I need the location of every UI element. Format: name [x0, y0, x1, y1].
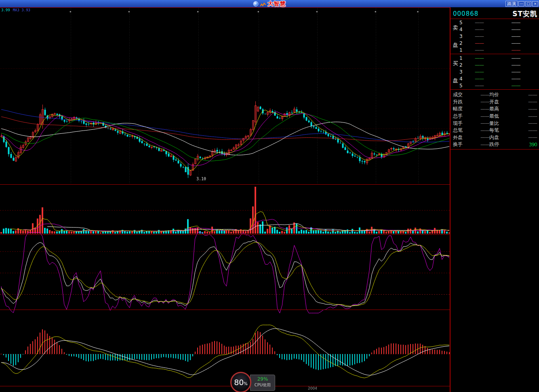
buy-price: —— [466, 69, 493, 75]
roadshow-button[interactable]: 路演 [505, 1, 518, 7]
info-label: 均价 [489, 91, 505, 98]
stock-name: ST安凯 [512, 9, 537, 19]
buy-row: 4———— [458, 76, 539, 82]
chart-area: 3.99 MA3 3.93 ******* 3.10 2004 80 % 29%… [0, 7, 451, 392]
app-window: 大智慧 路演 — □ × 3.99 MA3 3.93 ******* 3.10 … [0, 0, 539, 392]
buy-price: —— [466, 83, 493, 89]
sell-level: 3 [458, 34, 466, 39]
buy-volume: —— [493, 69, 539, 75]
sell-row: 1———— [458, 47, 539, 54]
cpu-usage-box: 29% CPU使用 [250, 375, 275, 391]
info-label: 换手 [451, 141, 467, 148]
sell-level: 4 [458, 27, 466, 32]
app-logo-disc-icon [253, 1, 259, 6]
cpu-gauge-button[interactable]: 80 % [230, 372, 251, 392]
info-row: 外盘——内盘—— [451, 134, 539, 141]
app-logo: 大智慧 [253, 0, 286, 7]
buy-level: 1 [458, 55, 466, 61]
info-value: —— [505, 135, 539, 140]
restore-button[interactable]: □ [525, 1, 531, 6]
sell-price: —— [466, 20, 493, 25]
sell-price: —— [466, 27, 493, 32]
info-label: 最低 [489, 113, 505, 120]
chart-zigzag-icon [260, 1, 266, 6]
buy-volume: —— [493, 62, 539, 68]
buy-volume: —— [493, 76, 539, 82]
buy-price: —— [466, 55, 493, 61]
sell-level: 2 [458, 40, 466, 46]
info-label: 成交 [451, 91, 467, 98]
app-title: 大智慧 [268, 0, 286, 7]
cpu-usage-label: CPU使用 [251, 382, 275, 388]
low-price-annotation: 3.10 [196, 177, 206, 181]
info-row: 幅度——最高—— [451, 105, 539, 113]
info-value: —— [467, 99, 489, 105]
buy-label-char-1: 盘 [453, 77, 458, 84]
info-value: —— [505, 99, 539, 105]
sell-volume: —— [493, 34, 539, 39]
quote-header: 000868 ST安凯 [451, 8, 539, 19]
buy-label-char-0: 买 [453, 60, 458, 67]
sell-volume: —— [493, 47, 539, 53]
buy-orderbook: 买盘 1————2————3————4————5———— [451, 55, 539, 90]
titlebar: 大智慧 路演 — □ × [0, 0, 539, 7]
ma-value-label: MA3 3.93 [13, 8, 30, 12]
quote-info-grid: 成交——均价——升跌——开盘——幅度——最高——总手——最低——现手——量比——… [451, 91, 539, 150]
sell-row: 5———— [458, 19, 539, 26]
info-value: —— [467, 114, 489, 119]
info-row: 换手——跌停390 [451, 141, 539, 148]
info-value: —— [467, 128, 489, 133]
period-marker-icon: * [128, 11, 130, 15]
quote-panel: 000868 ST安凯 卖盘 5————4————3————2————1————… [451, 7, 539, 392]
buy-level: 2 [458, 62, 466, 68]
info-value: —— [467, 142, 489, 148]
info-value: —— [505, 120, 539, 126]
sell-side-label: 卖盘 [453, 19, 458, 54]
info-label: 最高 [489, 105, 505, 112]
period-marker-icon: * [316, 11, 318, 15]
cpu-widget: 80 % 29% CPU使用 [230, 372, 275, 392]
sell-label-char-0: 卖 [453, 24, 458, 32]
buy-level: 4 [458, 76, 466, 82]
buy-volume: —— [493, 83, 539, 89]
sell-label-char-1: 盘 [453, 42, 458, 49]
info-label: 总手 [451, 113, 467, 120]
cpu-usage-percent: 29% [251, 376, 275, 382]
sell-price: —— [466, 34, 493, 39]
info-value: —— [505, 106, 539, 112]
period-marker-icon: * [257, 11, 259, 15]
info-label: 内盘 [489, 134, 505, 141]
info-label: 开盘 [489, 99, 505, 105]
sell-price: —— [466, 47, 493, 53]
info-label: 跌停 [489, 141, 505, 148]
info-row: 成交——均价—— [451, 91, 539, 99]
buy-level: 3 [458, 69, 466, 75]
date-axis-label: 2004 [308, 386, 317, 390]
info-value: —— [505, 114, 539, 119]
info-label: 每笔 [489, 127, 505, 134]
info-value: —— [467, 135, 489, 140]
info-value: —— [467, 106, 489, 112]
sell-orderbook: 卖盘 5————4————3————2————1———— [451, 19, 539, 54]
buy-price: —— [466, 76, 493, 82]
info-value: —— [505, 128, 539, 133]
close-button[interactable]: × [532, 1, 538, 6]
sell-row: 3———— [458, 33, 539, 40]
period-marker-icon: * [375, 11, 377, 15]
sell-level: 5 [458, 20, 466, 25]
info-label: 现手 [451, 120, 467, 127]
sell-volume: —— [493, 20, 539, 25]
chart-canvas[interactable] [0, 7, 451, 392]
buy-row: 5———— [458, 82, 539, 89]
period-marker-icon: * [69, 11, 72, 15]
info-value: 390 [505, 142, 539, 148]
minimize-button[interactable]: — [518, 1, 524, 6]
info-row: 总笔——每笔—— [451, 127, 539, 134]
buy-level: 5 [458, 83, 466, 89]
buy-price: —— [466, 62, 493, 68]
info-row: 升跌——开盘—— [451, 99, 539, 106]
info-label: 外盘 [451, 134, 467, 141]
info-label: 量比 [489, 120, 505, 127]
info-value: —— [467, 120, 489, 126]
info-label: 总笔 [451, 127, 467, 134]
